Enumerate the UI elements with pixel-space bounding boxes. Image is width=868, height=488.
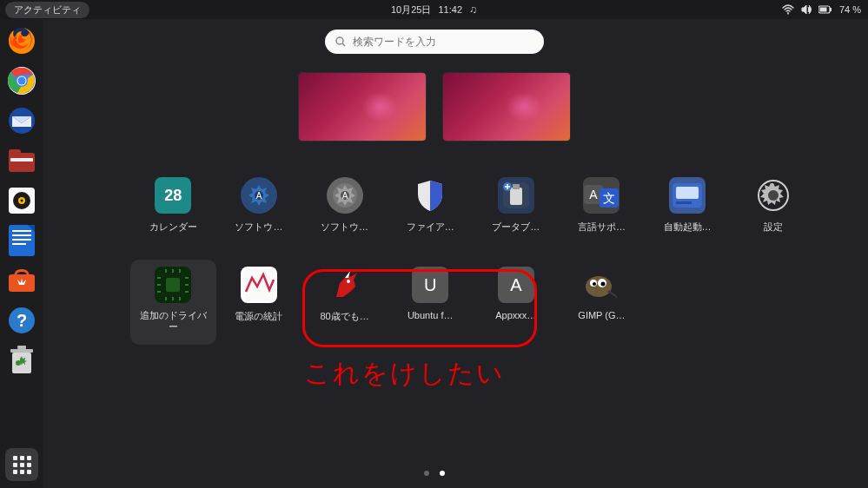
app-label: GIMP (G… (578, 310, 625, 320)
app-software-properties[interactable]: A ソフトウ… (301, 177, 388, 234)
app-label: ファイア… (407, 221, 454, 234)
workspace-2[interactable] (443, 73, 570, 141)
app-power-statistics[interactable]: 電源の統計 (216, 267, 302, 333)
date-label: 10月25日 (391, 3, 431, 16)
app-language-support[interactable]: A文 言語サポ… (559, 177, 645, 234)
grid-icon (13, 456, 31, 474)
app-label: 追加のドライバー (139, 310, 207, 333)
svg-rect-22 (12, 243, 26, 245)
dock-firefox[interactable] (5, 24, 38, 57)
page-indicator[interactable] (424, 471, 445, 476)
svg-rect-13 (10, 158, 33, 162)
annotation-text: これをけしたい (304, 356, 505, 392)
calendar-icon: 28 (155, 177, 191, 214)
dock-libreoffice[interactable] (5, 224, 38, 257)
usb-disk-icon (498, 177, 534, 214)
app-label: ソフトウ… (321, 221, 368, 234)
svg-text:A: A (590, 188, 599, 201)
app-bootable-disk[interactable]: ブータブ… (474, 177, 560, 234)
gimp-icon (583, 267, 620, 303)
search-icon (335, 36, 346, 47)
dock-trash[interactable] (5, 344, 38, 377)
svg-point-71 (601, 282, 606, 287)
svg-point-17 (21, 200, 23, 202)
workspace-thumbnails (299, 73, 570, 141)
svg-point-66 (347, 280, 350, 283)
battery-icon (818, 5, 832, 14)
letter-a-icon: A (498, 267, 534, 303)
dock-software-store[interactable] (5, 264, 38, 297)
letter-u-icon: U (412, 267, 448, 303)
svg-rect-2 (819, 8, 826, 12)
svg-rect-48 (676, 201, 692, 204)
clock[interactable]: 10月25日 11:42 ♫ (391, 3, 477, 16)
graph-icon (241, 267, 277, 303)
app-label: 自動起動… (664, 221, 712, 234)
dock-files[interactable] (5, 144, 38, 177)
app-label: 80歳でも… (320, 310, 368, 323)
svg-point-70 (593, 282, 596, 286)
app-startup-applications[interactable]: 自動起動… (645, 177, 731, 234)
svg-rect-3 (830, 8, 832, 11)
page-dot-1[interactable] (424, 471, 429, 476)
svg-rect-28 (17, 346, 26, 349)
dock-help[interactable]: ? (5, 304, 38, 337)
search-bar[interactable] (325, 30, 544, 54)
app-label: ブータブ… (492, 221, 540, 234)
unicorn-icon (327, 267, 363, 303)
app-gimp[interactable]: GIMP (G… (559, 267, 645, 333)
chip-icon (155, 267, 191, 303)
wifi-icon (782, 4, 794, 15)
language-icon: A文 (583, 177, 620, 214)
app-label: Appxxx… (495, 310, 536, 320)
workspace-1[interactable] (299, 73, 426, 141)
search-input[interactable] (353, 36, 533, 48)
svg-rect-40 (513, 184, 520, 189)
svg-line-31 (342, 43, 345, 46)
svg-point-50 (768, 190, 779, 201)
app-ubuntu-f[interactable]: U Ubuntu f… (388, 267, 474, 333)
svg-point-0 (787, 12, 789, 14)
top-bar: アクティビティ 10月25日 11:42 ♫ 74 % (0, 0, 868, 19)
dock-mail[interactable] (5, 104, 38, 137)
volume-icon (801, 4, 812, 15)
app-label: 設定 (764, 221, 783, 234)
system-tray[interactable]: 74 % (782, 4, 861, 15)
svg-text:文: 文 (603, 191, 615, 205)
svg-rect-39 (510, 188, 522, 205)
svg-text:A: A (256, 191, 262, 201)
software-properties-icon: A (327, 177, 363, 214)
svg-rect-21 (12, 239, 31, 241)
app-firewall[interactable]: ファイア… (388, 177, 474, 234)
svg-point-30 (336, 37, 343, 44)
dock-rhythmbox[interactable] (5, 184, 38, 217)
svg-rect-52 (166, 278, 180, 292)
software-updater-icon: A (241, 177, 277, 214)
svg-rect-47 (676, 187, 699, 199)
app-unicorn[interactable]: 80歳でも… (301, 267, 388, 333)
app-additional-drivers[interactable]: 追加のドライバー (130, 260, 216, 345)
svg-point-67 (586, 276, 612, 297)
dock: ? (0, 19, 43, 488)
app-grid: 28 カレンダー A ソフトウ… A ソフトウ… ファイア… ブータブ… A文 … (130, 177, 816, 333)
app-label: 電源の統計 (235, 310, 282, 323)
shield-icon (412, 177, 448, 214)
app-calendar[interactable]: 28 カレンダー (130, 177, 216, 234)
startup-icon (669, 177, 706, 214)
svg-rect-20 (12, 234, 31, 236)
page-dot-2[interactable] (440, 471, 445, 476)
svg-rect-19 (12, 230, 31, 232)
svg-rect-27 (10, 349, 33, 353)
app-settings[interactable]: 設定 (730, 177, 816, 234)
activities-button[interactable]: アクティビティ (5, 2, 89, 18)
time-label: 11:42 (438, 4, 462, 15)
app-software-updater[interactable]: A ソフトウ… (216, 177, 302, 234)
gear-icon (755, 177, 792, 214)
notification-bell-icon[interactable]: ♫ (469, 3, 477, 16)
dock-chrome[interactable] (5, 64, 38, 97)
battery-percent: 74 % (839, 4, 861, 15)
show-apps-button[interactable] (5, 448, 38, 481)
svg-point-9 (18, 77, 26, 85)
app-appxxx[interactable]: A Appxxx… (474, 267, 560, 333)
svg-text:?: ? (17, 311, 27, 330)
